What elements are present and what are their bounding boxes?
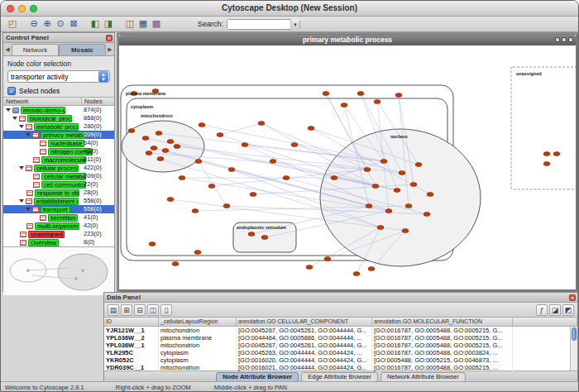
- network-node[interactable]: [553, 152, 560, 156]
- combo-arrows-icon[interactable]: ▲▼: [98, 71, 108, 82]
- column-header-id[interactable]: ID: [104, 318, 159, 326]
- delete-attribute-icon[interactable]: ⊟: [134, 304, 146, 316]
- network-view-titlebar[interactable]: primary metabolic process: [119, 35, 576, 45]
- network-node[interactable]: [142, 136, 149, 141]
- window-close-button[interactable]: [7, 5, 14, 12]
- network-node[interactable]: [402, 229, 409, 233]
- tab-network-attribute-browser[interactable]: Network Attribute Browser: [380, 372, 466, 382]
- network-node[interactable]: [357, 92, 364, 96]
- tab-network[interactable]: Network: [12, 44, 59, 55]
- table-row[interactable]: YPL036W__1mitochondrion[GO:0045267, GO:0…: [104, 342, 577, 349]
- tree-item-nitrogen-compo[interactable]: nitrogen compo40(0): [3, 147, 114, 155]
- network-node[interactable]: [366, 204, 372, 208]
- network-node[interactable]: [151, 146, 157, 151]
- import-network-icon[interactable]: ▦: [136, 17, 150, 31]
- tree-item-macromolecule[interactable]: macromolecule311(0): [3, 155, 114, 164]
- expand-arrow-icon[interactable]: [19, 199, 24, 203]
- network-node[interactable]: [179, 176, 185, 180]
- network-node[interactable]: [543, 162, 550, 166]
- table-row[interactable]: YKR052Ccytoplasm[GO:0016020, GO:0044444,…: [104, 356, 577, 364]
- network-node[interactable]: [250, 193, 256, 197]
- frame-close-icon[interactable]: [568, 37, 573, 42]
- tree-item-multi-organism-pr[interactable]: multi-organism pr42(0): [3, 222, 114, 230]
- tree-item-biological-process[interactable]: biological_process868(0): [3, 114, 114, 122]
- hide-selected-icon[interactable]: ◧: [89, 17, 102, 31]
- table-row[interactable]: YJR121W__1mitochondrion[GO:0045267, GO:0…: [104, 327, 577, 334]
- table-row[interactable]: YLR295Ccytoplasm[GO:0045263, GO:0044444,…: [104, 349, 577, 356]
- zoom-fit-icon[interactable]: ⊠: [67, 17, 80, 31]
- tree-item-overview[interactable]: Overview8(0): [3, 238, 114, 246]
- tab-scroll-left-icon[interactable]: ◀: [3, 44, 12, 55]
- network-node[interactable]: [242, 143, 248, 147]
- network-node[interactable]: [146, 151, 152, 155]
- network-node[interactable]: [385, 209, 392, 213]
- column-header-cellularlayoutregion[interactable]: _cellularLayoutRegion: [159, 318, 237, 326]
- network-node[interactable]: [128, 129, 135, 133]
- network-node[interactable]: [423, 213, 430, 217]
- expand-arrow-icon[interactable]: [19, 125, 24, 128]
- network-node[interactable]: [353, 272, 360, 276]
- network-node[interactable]: [308, 127, 314, 131]
- select-nodes-checkbox[interactable]: ✓: [7, 87, 16, 95]
- tree-item-response-to-stimu[interactable]: response to stimu28(0): [3, 189, 114, 197]
- network-node[interactable]: [223, 204, 230, 208]
- network-node[interactable]: [395, 93, 402, 98]
- tree-item-cellular-process[interactable]: cellular process422(0): [3, 164, 114, 172]
- trash-icon[interactable]: ▯: [160, 304, 172, 316]
- expand-arrow-icon[interactable]: [19, 166, 24, 170]
- network-node[interactable]: [172, 262, 179, 266]
- export-attributes-icon[interactable]: ◩: [562, 304, 574, 316]
- table-row[interactable]: YPL036W__2plasma membrane[GO:0044464, GO…: [104, 334, 577, 342]
- tab-mosaic[interactable]: Mosaic: [59, 44, 106, 55]
- network-node[interactable]: [405, 204, 412, 208]
- network-node[interactable]: [192, 209, 199, 213]
- frame-maximize-icon[interactable]: [562, 37, 567, 42]
- tree-item-nucleobase[interactable]: nucleobase64(0): [3, 139, 114, 147]
- zoom-selected-icon[interactable]: ⊙: [54, 17, 67, 31]
- window-zoom-button[interactable]: [30, 5, 37, 12]
- network-node[interactable]: [162, 149, 169, 153]
- network-node[interactable]: [194, 251, 201, 255]
- network-node[interactable]: [341, 103, 347, 108]
- zoom-out-icon[interactable]: ⊖: [27, 17, 41, 31]
- network-node[interactable]: [291, 143, 298, 147]
- table-row[interactable]: YDR039C__1mitochondrion[GO:0016021, GO:0…: [104, 364, 577, 371]
- column-header-annotation-go-molecular-function[interactable]: annotation.GO MOLECULAR_FUNCTION: [372, 318, 513, 326]
- open-session-icon[interactable]: ◰: [6, 17, 19, 31]
- network-node[interactable]: [331, 176, 337, 180]
- network-node[interactable]: [167, 198, 174, 202]
- tree-column-nodes[interactable]: Nodes: [82, 98, 114, 105]
- tab-node-attribute-browser[interactable]: Node Attribute Browser: [216, 372, 299, 382]
- show-all-icon[interactable]: ◨: [102, 17, 115, 31]
- network-node[interactable]: [217, 133, 223, 137]
- network-node[interactable]: [410, 183, 417, 187]
- table-scrollbar-thumb[interactable]: [572, 327, 577, 341]
- network-node[interactable]: [283, 176, 290, 180]
- function-builder-icon[interactable]: ƒ: [536, 304, 548, 316]
- network-node[interactable]: [427, 193, 433, 197]
- birds-eye-view[interactable]: [3, 246, 114, 295]
- table-scrollbar[interactable]: [570, 327, 577, 370]
- network-node[interactable]: [380, 160, 387, 164]
- column-header-annotation-go-cellular-component[interactable]: annotation.GO CELLULAR_COMPONENT: [237, 318, 372, 326]
- expand-arrow-icon[interactable]: [6, 108, 11, 112]
- create-attribute-icon[interactable]: ⊞: [121, 304, 132, 316]
- attribute-table-icon[interactable]: ◫: [147, 304, 159, 316]
- network-node[interactable]: [306, 265, 313, 270]
- vizmapper-icon[interactable]: ▩: [150, 17, 163, 31]
- network-node[interactable]: [323, 92, 329, 96]
- network-node[interactable]: [364, 168, 371, 172]
- tree-item-cell-communicat[interactable]: cell communicat22(0): [3, 180, 114, 189]
- data-panel-close-icon[interactable]: ×: [569, 294, 576, 301]
- network-node[interactable]: [157, 157, 164, 161]
- network-node[interactable]: [368, 267, 375, 271]
- network-node[interactable]: [167, 140, 174, 144]
- network-node[interactable]: [149, 242, 156, 246]
- import-attributes-icon[interactable]: ◪: [549, 304, 561, 316]
- network-node[interactable]: [156, 131, 162, 136]
- network-node[interactable]: [543, 152, 550, 156]
- network-node[interactable]: [261, 236, 268, 240]
- network-node[interactable]: [199, 123, 205, 127]
- network-node[interactable]: [399, 171, 405, 175]
- network-node[interactable]: [248, 232, 255, 237]
